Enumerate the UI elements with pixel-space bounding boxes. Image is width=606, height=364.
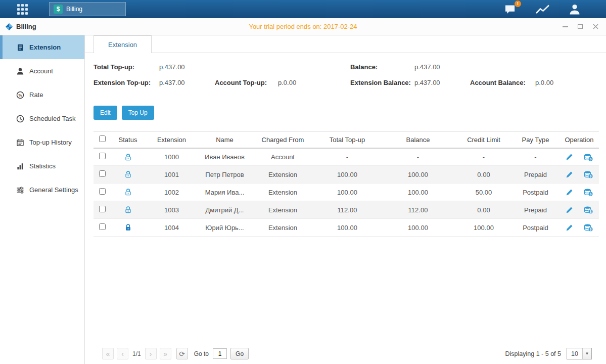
tab-extension[interactable]: Extension: [94, 35, 152, 53]
name-cell: Дмитрий Д...: [198, 201, 251, 219]
select-all-checkbox[interactable]: [99, 135, 106, 142]
row-checkbox[interactable]: [99, 170, 106, 177]
close-button[interactable]: [592, 23, 599, 30]
sidebar-item-topup-history[interactable]: Top-up History: [0, 130, 84, 154]
balance-value: p.437.00: [414, 63, 440, 71]
column-header-name: Name: [198, 132, 251, 148]
sidebar-item-label: Rate: [29, 91, 43, 99]
column-header-status: Status: [111, 132, 145, 148]
window-title: Billing: [16, 23, 36, 30]
sidebar-item-account[interactable]: Account: [0, 59, 84, 83]
edit-row-icon[interactable]: [566, 189, 573, 196]
balance-cell: 100.00: [380, 166, 456, 184]
row-checkbox[interactable]: [99, 153, 106, 159]
sidebar-item-statistics[interactable]: Statistics: [0, 154, 84, 178]
topup-row-icon[interactable]: $: [584, 223, 593, 232]
goto-label: Go to: [194, 350, 209, 357]
column-header-charged-from: Charged From: [251, 132, 314, 148]
row-checkbox[interactable]: [99, 188, 106, 195]
extension-table: Status Extension Name Charged From Total…: [94, 131, 599, 237]
svg-text:$: $: [590, 174, 592, 178]
extension-cell: 1001: [145, 166, 198, 184]
sidebar-item-general-settings[interactable]: General Settings: [0, 178, 84, 202]
account-balance-value: p.0.00: [535, 79, 553, 86]
maximize-button[interactable]: [577, 23, 584, 30]
page-size-select[interactable]: 10 ▼: [567, 348, 592, 359]
statistics-topbar-icon[interactable]: [535, 4, 550, 15]
credit-limit-cell: -: [456, 148, 511, 166]
taskbar-tab-billing[interactable]: $ Billing: [49, 2, 126, 16]
prev-page-button[interactable]: ‹: [117, 348, 128, 359]
svg-text:%: %: [18, 93, 22, 98]
credit-limit-cell: 0.00: [456, 166, 511, 184]
status-lock-icon[interactable]: [124, 153, 132, 161]
tab-bar: Extension: [85, 35, 606, 53]
status-lock-icon[interactable]: [124, 188, 132, 196]
sidebar: Extension Account % Rate: [0, 35, 85, 364]
extension-cell: 1004: [145, 219, 198, 237]
sidebar-item-extension[interactable]: Extension: [0, 35, 84, 59]
total-topup-label: Total Top-up:: [94, 63, 134, 71]
extension-balance-value: p.437.00: [414, 79, 440, 86]
credit-limit-cell: 50.00: [456, 184, 511, 201]
messages-icon[interactable]: !: [504, 4, 517, 15]
next-page-button[interactable]: ›: [145, 348, 157, 359]
top-up-button[interactable]: Top Up: [122, 106, 154, 120]
account-topup-label: Account Top-up:: [215, 79, 267, 86]
refresh-icon[interactable]: ⟳: [176, 348, 188, 359]
status-lock-icon[interactable]: [124, 206, 132, 214]
last-page-button[interactable]: »: [160, 348, 171, 359]
sidebar-item-label: Account: [29, 67, 53, 75]
edit-button[interactable]: Edit: [94, 106, 117, 120]
balance-label: Balance:: [350, 63, 378, 71]
page-info: 1/1: [132, 350, 141, 357]
topup-row-icon[interactable]: $: [584, 206, 593, 214]
extension-topup-label: Extension Top-up:: [94, 79, 151, 86]
table-header-row: Status Extension Name Charged From Total…: [94, 132, 599, 148]
status-lock-icon[interactable]: [124, 223, 132, 232]
bar-chart-icon: [16, 162, 25, 170]
svg-text:$: $: [590, 210, 592, 214]
edit-row-icon[interactable]: [566, 171, 573, 178]
clock-icon: [16, 115, 25, 123]
action-buttons: Edit Top Up: [94, 106, 599, 120]
balance-cell: 100.00: [380, 184, 456, 201]
status-lock-icon[interactable]: [124, 170, 132, 178]
row-checkbox[interactable]: [99, 206, 106, 212]
sidebar-item-scheduled-task[interactable]: Scheduled Task: [0, 107, 84, 130]
go-button[interactable]: Go: [230, 348, 249, 359]
sidebar-item-label: Statistics: [29, 162, 56, 170]
edit-row-icon[interactable]: [566, 224, 573, 232]
first-page-button[interactable]: «: [102, 348, 114, 359]
name-cell: Юрий Юрь...: [198, 219, 251, 237]
edit-row-icon[interactable]: [566, 206, 573, 214]
billing-app-window: $ Billing !: [0, 0, 606, 364]
topup-row-icon[interactable]: $: [584, 153, 593, 161]
edit-row-icon[interactable]: [566, 153, 573, 161]
apps-menu-icon[interactable]: [17, 4, 28, 15]
pagination-bar: « ‹ 1/1 › » ⟳ Go to Go Displaying 1 - 5 …: [102, 348, 592, 359]
topup-row-icon[interactable]: $: [584, 170, 593, 178]
balance-cell: -: [380, 148, 456, 166]
sidebar-item-rate[interactable]: % Rate: [0, 83, 84, 107]
topbar-right-icons: !: [504, 4, 581, 15]
os-topbar: $ Billing !: [0, 0, 606, 18]
billing-app-icon: $: [54, 5, 63, 14]
minimize-button[interactable]: [562, 23, 569, 30]
user-icon[interactable]: [569, 4, 581, 15]
extension-table-body: 1000 Иван Иванов Account - - - - $: [94, 148, 599, 237]
charged-from-cell: Account: [251, 148, 314, 166]
name-cell: Иван Иванов: [198, 148, 251, 166]
table-row: 1003 Дмитрий Д... Extension 112.00 112.0…: [94, 201, 599, 219]
billing-logo-icon: [5, 23, 13, 31]
topup-row-icon[interactable]: $: [584, 188, 593, 196]
credit-limit-cell: 0.00: [456, 201, 511, 219]
balance-summary: Total Top-up: p.437.00 Balance: p.437.00…: [94, 63, 599, 100]
sidebar-item-label: General Settings: [29, 186, 78, 194]
goto-page-input[interactable]: [213, 348, 227, 359]
extension-cell: 1003: [145, 201, 198, 219]
row-checkbox[interactable]: [99, 223, 106, 230]
extension-balance-label: Extension Balance:: [350, 79, 411, 86]
column-header-balance: Balance: [380, 132, 456, 148]
window-titlebar: Billing Your trial period ends on: 2017-…: [0, 18, 606, 35]
